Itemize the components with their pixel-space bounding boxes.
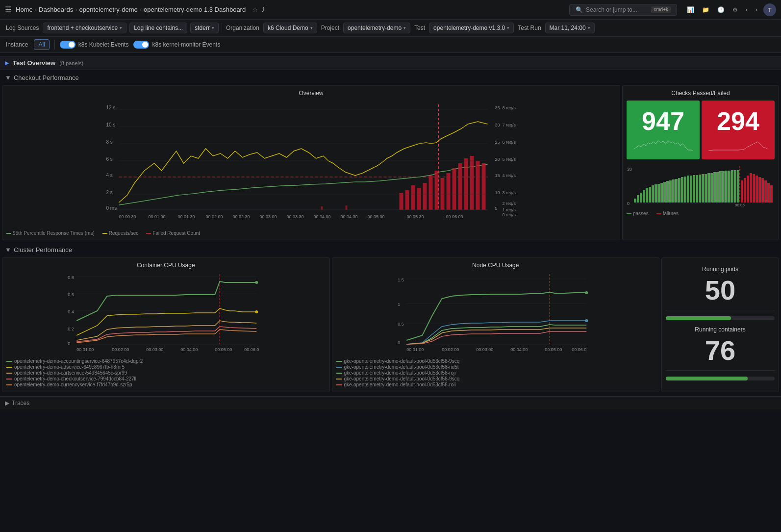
svg-text:00:01:00: 00:01:00 xyxy=(149,214,166,219)
svg-rect-105 xyxy=(756,176,758,203)
svg-rect-33 xyxy=(447,173,451,210)
share-icon[interactable]: ⤴ xyxy=(262,6,265,13)
search-bar[interactable]: 🔍 Search or jump to... cmd+k xyxy=(569,4,677,16)
svg-rect-77 xyxy=(672,179,675,203)
svg-rect-89 xyxy=(707,173,710,203)
breadcrumb: Home › Dashboards › opentelemetry-demo ›… xyxy=(16,6,246,13)
pods-bar-fill xyxy=(666,316,731,320)
menu-icon[interactable]: ☰ xyxy=(5,5,12,14)
k8s-kernel-toggle[interactable] xyxy=(133,41,149,49)
svg-rect-74 xyxy=(663,182,666,203)
svg-rect-73 xyxy=(660,183,663,203)
svg-text:2 req/s: 2 req/s xyxy=(503,201,516,206)
checks-bar-chart: 20 0 xyxy=(627,163,775,207)
svg-text:00:04:00: 00:04:00 xyxy=(510,347,528,352)
running-pods-count: 50 xyxy=(666,277,775,304)
star-icon[interactable]: ☆ xyxy=(252,6,258,13)
breadcrumb-dashboards[interactable]: Dashboards xyxy=(39,6,73,13)
svg-text:0.4: 0.4 xyxy=(68,309,74,314)
legend-response-times: 95th Percentile Response Times (ms) xyxy=(6,230,95,236)
svg-rect-65 xyxy=(637,195,639,203)
test-overview-bar[interactable]: ▶ Test Overview (8 panels) xyxy=(0,56,781,70)
overview-chart-title: Overview xyxy=(6,90,616,97)
svg-rect-39 xyxy=(482,163,486,210)
svg-rect-93 xyxy=(719,171,722,203)
chevron-right-icon[interactable]: › xyxy=(754,4,759,15)
checkout-performance-title: Checkout Performance xyxy=(14,74,79,81)
svg-rect-91 xyxy=(713,172,716,203)
svg-rect-86 xyxy=(699,175,701,203)
svg-text:00:04:00: 00:04:00 xyxy=(180,347,198,352)
filter2-separator xyxy=(54,40,55,50)
test-run-filter[interactable]: Mar 11, 24:00 ▾ xyxy=(545,23,595,33)
stderr-filter[interactable]: stderr ▾ xyxy=(190,23,219,33)
svg-rect-102 xyxy=(747,176,749,203)
svg-rect-108 xyxy=(764,180,767,203)
clock-icon[interactable]: 🕐 xyxy=(715,4,727,15)
svg-text:00:05:00: 00:05:00 xyxy=(215,347,232,352)
svg-rect-27 xyxy=(411,185,415,210)
chevron-left-icon[interactable]: ‹ xyxy=(744,4,750,15)
svg-text:8 req/s: 8 req/s xyxy=(503,105,516,110)
svg-rect-25 xyxy=(400,193,403,210)
svg-rect-99 xyxy=(737,170,739,203)
checks-boxes: 947 294 xyxy=(627,101,775,159)
log-sources-filter[interactable]: frontend + checkoutservice ▾ xyxy=(43,23,126,33)
svg-point-140 xyxy=(585,291,588,294)
settings-icon[interactable]: ⚙ xyxy=(731,4,740,15)
svg-text:8 s: 8 s xyxy=(106,139,113,145)
svg-text:1: 1 xyxy=(398,302,400,307)
breadcrumb-demo[interactable]: opentelemetry-demo xyxy=(79,6,137,13)
file-icon[interactable]: 📁 xyxy=(700,4,711,15)
cluster-performance-heading: ▼ Cluster Performance xyxy=(0,242,781,255)
log-line-filter[interactable]: Log line contains... xyxy=(129,23,187,33)
svg-rect-26 xyxy=(405,190,409,210)
svg-text:00:03:00: 00:03:00 xyxy=(476,347,493,352)
svg-rect-101 xyxy=(744,178,746,203)
svg-rect-36 xyxy=(464,158,468,210)
svg-text:4 req/s: 4 req/s xyxy=(503,173,516,178)
project-filter[interactable]: opentelemetry-demo ▾ xyxy=(343,23,410,33)
legend-failures: failures xyxy=(656,211,679,216)
svg-rect-30 xyxy=(429,176,433,210)
svg-rect-68 xyxy=(646,188,648,203)
svg-rect-28 xyxy=(417,188,421,210)
svg-rect-31 xyxy=(435,171,439,210)
instance-all-button[interactable]: All xyxy=(34,39,49,50)
overview-chart-panel: Overview 12 s 10 s 8 s 6 s 4 s 2 s 0 ms … xyxy=(2,85,620,240)
filter-separator-1 xyxy=(222,23,222,33)
svg-text:00:06:0: 00:06:0 xyxy=(244,347,259,352)
k8s-kubelet-toggle[interactable] xyxy=(60,41,76,49)
overview-legend: 95th Percentile Response Times (ms) Requ… xyxy=(6,230,616,236)
test-filter[interactable]: opentelemetry-demo v1.3.0 ▾ xyxy=(429,23,514,33)
svg-rect-87 xyxy=(702,174,704,203)
avatar[interactable]: T xyxy=(763,3,776,16)
svg-text:10: 10 xyxy=(495,190,500,195)
svg-rect-106 xyxy=(758,177,761,203)
breadcrumb-home[interactable]: Home xyxy=(16,6,33,13)
chart-icon[interactable]: 📊 xyxy=(685,4,696,15)
topbar-icons: 📊 📁 🕐 ⚙ ‹ › T xyxy=(685,3,776,16)
overview-svg: 12 s 10 s 8 s 6 s 4 s 2 s 0 ms 35 30 25 … xyxy=(6,100,616,227)
svg-text:0: 0 xyxy=(398,340,400,345)
svg-text:0 req/s: 0 req/s xyxy=(503,212,516,217)
svg-text:00:02:00: 00:02:00 xyxy=(112,347,129,352)
project-label: Project xyxy=(320,25,340,31)
organization-label: Organization xyxy=(225,25,260,31)
svg-text:00:05:30: 00:05:30 xyxy=(407,214,424,219)
svg-point-141 xyxy=(585,319,588,322)
svg-text:00:02:30: 00:02:30 xyxy=(233,214,250,219)
checks-title: Checks Passed/Failed xyxy=(627,90,775,97)
organization-filter[interactable]: k6 Cloud Demo ▾ xyxy=(263,23,317,33)
traces-bar[interactable]: ▶ Traces xyxy=(0,396,781,409)
svg-text:00:05: 00:05 xyxy=(735,203,745,207)
svg-text:0.6: 0.6 xyxy=(68,292,74,297)
svg-rect-104 xyxy=(753,174,755,203)
search-icon: 🔍 xyxy=(576,6,583,13)
cluster-charts-row: Container CPU Usage 0.8 0.6 0.4 0.2 0 xyxy=(0,255,781,394)
svg-rect-85 xyxy=(696,175,698,203)
svg-text:0.8: 0.8 xyxy=(68,275,74,280)
filter-bar: Log Sources frontend + checkoutservice ▾… xyxy=(0,20,781,37)
svg-text:12 s: 12 s xyxy=(106,105,116,110)
test-label: Test xyxy=(413,25,426,31)
